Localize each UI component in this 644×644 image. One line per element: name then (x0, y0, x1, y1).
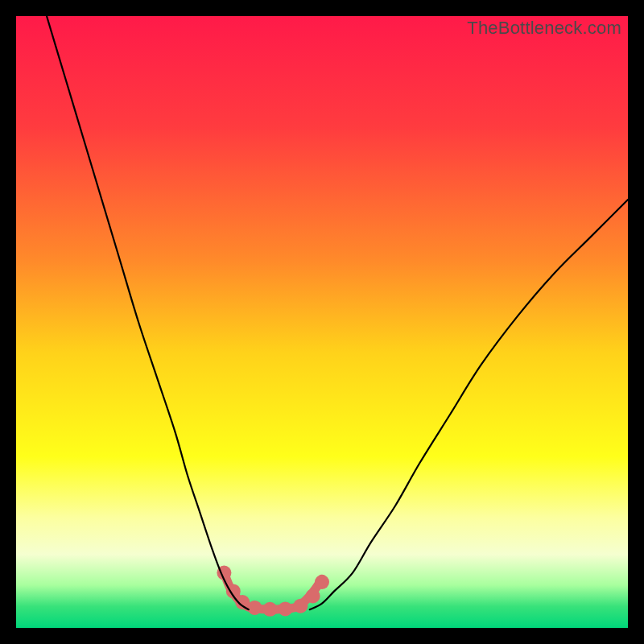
watermark-text: TheBottleneck.com (467, 18, 621, 39)
trough-point (278, 601, 292, 616)
trough-point (293, 599, 308, 613)
trough-point (262, 602, 277, 617)
chart-background (16, 16, 628, 628)
trough-point (306, 588, 320, 603)
bottleneck-chart (16, 16, 628, 628)
chart-frame: TheBottleneck.com (16, 16, 628, 628)
trough-point (247, 601, 262, 615)
trough-point (315, 575, 329, 589)
